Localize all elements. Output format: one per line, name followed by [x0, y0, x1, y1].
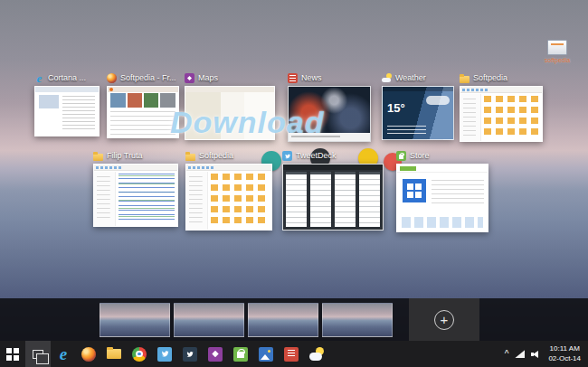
taskbar-item-maps[interactable] [203, 341, 228, 367]
window-thumbnail-store[interactable]: Store [396, 150, 488, 232]
window-thumbnail-news[interactable]: News [288, 72, 371, 142]
volume-icon[interactable] [531, 350, 540, 359]
preview-art [432, 180, 484, 205]
desktop-screen: softpedia e Cortana ... Softpedia - Fr..… [0, 0, 588, 367]
preview-art [185, 92, 221, 140]
weather-icon [382, 73, 392, 83]
window-title-row: Weather [382, 72, 454, 84]
window-title-row: News [288, 72, 371, 84]
store-icon [233, 347, 248, 362]
desktop-shortcut[interactable]: softpedia [539, 40, 575, 63]
window-title: TweetDeck [296, 150, 337, 162]
window-preview[interactable] [93, 164, 178, 227]
window-title: Filip Truta [107, 150, 143, 162]
virtual-desktop-thumbnail-1[interactable] [100, 303, 170, 337]
window-title-row: Softpedia [460, 72, 543, 84]
preview-art [283, 165, 383, 170]
preview-art [186, 172, 208, 230]
window-preview[interactable] [34, 86, 100, 136]
task-view-button[interactable] [25, 341, 51, 367]
window-title-row: Softpedia [185, 150, 272, 162]
shortcut-label: softpedia [539, 57, 575, 63]
file-explorer-icon [107, 349, 121, 359]
news-icon [284, 347, 299, 362]
taskbar-item-firefox[interactable] [76, 341, 101, 367]
taskbar-item-photos[interactable] [253, 341, 279, 367]
window-preview[interactable] [185, 164, 272, 231]
window-thumbnail-maps[interactable]: Maps [185, 72, 275, 140]
window-title-row: Filip Truta [93, 150, 178, 162]
taskbar-item-chrome[interactable] [127, 341, 152, 367]
plus-icon: + [434, 310, 454, 330]
network-icon[interactable] [515, 350, 525, 358]
preview-art [35, 87, 99, 92]
window-title: Store [410, 150, 430, 162]
tray-chevron-icon[interactable]: ^ [505, 350, 509, 359]
taskbar-item-tweetdeck[interactable] [177, 341, 203, 367]
window-thumbnail-softpedia-explorer-2[interactable]: Softpedia [185, 150, 272, 231]
taskbar-item-ie[interactable]: e [51, 341, 76, 367]
firefox-icon [107, 73, 117, 83]
folder-icon [185, 154, 195, 161]
window-preview[interactable] [288, 86, 371, 142]
taskbar-item-weather[interactable] [304, 341, 329, 367]
twitter-icon [282, 151, 292, 161]
preview-art [119, 174, 175, 223]
window-thumbnail-tweetdeck[interactable]: TweetDeck [282, 150, 384, 231]
window-preview[interactable] [460, 86, 543, 142]
windows-logo-icon [6, 348, 12, 353]
photos-icon [259, 347, 273, 362]
news-icon [288, 73, 298, 83]
virtual-desktop-thumbnail-2[interactable] [174, 303, 244, 337]
window-thumbnail-firefox-softpedia[interactable]: Softpedia - Fr... [107, 72, 179, 138]
clock-date: 02-Oct-14 [548, 354, 581, 363]
preview-art [359, 172, 380, 227]
folder-icon [93, 154, 103, 161]
virtual-desktop-thumbnail-3[interactable] [248, 303, 318, 337]
preview-art [460, 94, 481, 141]
virtual-desktop-thumbnail-4[interactable] [322, 303, 393, 337]
preview-art [62, 96, 95, 132]
add-desktop-button[interactable]: + [409, 298, 479, 342]
window-thumbnail-weather[interactable]: Weather 15° [382, 72, 454, 140]
window-thumbnail-cortana[interactable]: e Cortana ... [34, 72, 100, 136]
preview-art [400, 166, 416, 171]
preview-art [460, 87, 542, 93]
preview-art [109, 88, 113, 91]
store-icon [396, 151, 406, 161]
window-title-row: Maps [185, 72, 275, 84]
window-thumbnail-softpedia-explorer[interactable]: Softpedia [460, 72, 543, 142]
taskbar-item-store[interactable] [228, 341, 253, 367]
ie-icon: e [56, 347, 71, 362]
window-thumbnail-filip-truta[interactable]: Filip Truta [93, 150, 178, 227]
preview-art [335, 172, 356, 227]
taskbar-item-news[interactable] [279, 341, 304, 367]
tweetdeck-icon [183, 347, 197, 362]
window-preview[interactable] [185, 86, 275, 140]
preview-art [244, 92, 274, 140]
preview-art [110, 111, 175, 135]
window-title: Cortana ... [48, 72, 86, 84]
window-preview[interactable] [396, 164, 488, 232]
maps-icon [185, 73, 194, 83]
weather-temp: 15° [387, 101, 405, 115]
window-title-row: Store [396, 150, 488, 162]
start-button[interactable] [0, 341, 25, 367]
maps-icon [208, 347, 223, 362]
edge-icon: e [34, 73, 44, 83]
preview-art [426, 96, 450, 105]
taskbar-item-explorer[interactable] [101, 341, 127, 367]
preview-art [403, 179, 426, 202]
window-preview[interactable] [107, 86, 179, 138]
window-title: Maps [198, 72, 218, 84]
window-title: Softpedia [473, 72, 507, 84]
window-preview[interactable] [282, 164, 384, 231]
window-preview[interactable]: 15° [382, 86, 454, 140]
taskbar-clock[interactable]: 10:11 AM 02-Oct-14 [548, 344, 581, 363]
taskbar-item-twitter[interactable] [152, 341, 177, 367]
preview-art [186, 165, 271, 171]
preview-art [39, 95, 59, 108]
task-view-icon [33, 350, 43, 359]
window-title: Softpedia - Fr... [120, 72, 176, 84]
preview-art [211, 174, 269, 227]
